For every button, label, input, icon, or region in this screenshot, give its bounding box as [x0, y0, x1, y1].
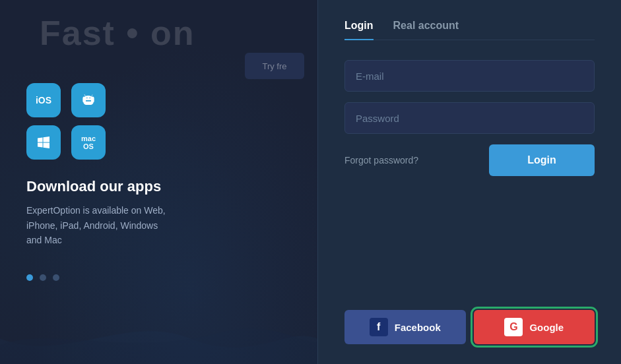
- tab-real-account[interactable]: Real account: [393, 20, 459, 40]
- tab-login[interactable]: Login: [344, 20, 374, 40]
- try-free-area: Try fre: [245, 53, 304, 79]
- tabs-container: Login Real account: [344, 20, 595, 40]
- windows-icon: [26, 125, 61, 160]
- hero-text: Fast • on: [40, 13, 195, 53]
- carousel-dots: [26, 274, 291, 281]
- social-buttons-row: f Facebook G Google: [344, 310, 595, 344]
- password-form-group: [344, 102, 595, 134]
- facebook-icon: f: [370, 318, 388, 336]
- dot-1[interactable]: [26, 274, 33, 281]
- app-container: Fast • on Try fre iOS macOS Download: [0, 0, 621, 364]
- password-input[interactable]: [344, 102, 595, 134]
- dot-2[interactable]: [40, 274, 46, 281]
- google-button[interactable]: G Google: [474, 310, 595, 344]
- download-desc: ExpertOption is available on Web,iPhone,…: [26, 203, 291, 247]
- android-icon: [71, 83, 106, 117]
- email-form-group: [344, 60, 595, 92]
- ios-icon: iOS: [26, 83, 61, 117]
- forgot-password-link[interactable]: Forgot password?: [344, 155, 418, 166]
- app-icons-grid: iOS macOS: [26, 83, 291, 160]
- login-button[interactable]: Login: [489, 144, 595, 176]
- email-input[interactable]: [344, 60, 595, 92]
- google-icon: G: [504, 318, 523, 336]
- dot-3[interactable]: [53, 274, 59, 281]
- right-panel: Login Real account Forgot password? Logi…: [317, 0, 621, 364]
- mac-icon: macOS: [71, 125, 106, 160]
- wave-decoration: [0, 313, 317, 364]
- left-panel: Fast • on Try fre iOS macOS Download: [0, 0, 317, 364]
- windows-svg: [36, 135, 51, 150]
- facebook-button[interactable]: f Facebook: [344, 310, 466, 344]
- action-row: Forgot password? Login: [344, 144, 595, 176]
- download-title: Download our apps: [26, 178, 291, 195]
- android-svg: [80, 92, 97, 109]
